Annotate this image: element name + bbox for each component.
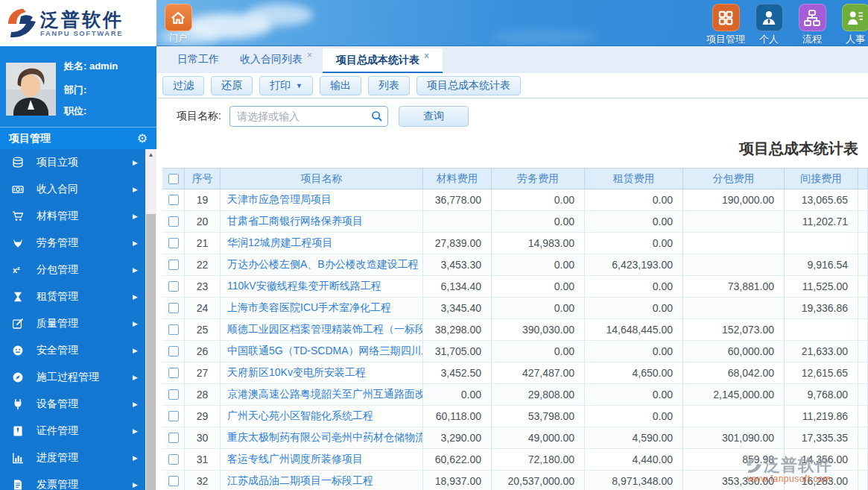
row-checkbox[interactable] xyxy=(168,216,179,227)
row-checkbox[interactable] xyxy=(168,368,179,378)
sidebar-item-hourglass[interactable]: 租赁管理▶ xyxy=(0,283,145,310)
sidebar-item-banknote[interactable]: 收入合同▶ xyxy=(0,176,145,203)
tab-收入合同列表[interactable]: 收入合同列表× xyxy=(229,46,323,73)
tab-项目总成本统计表[interactable]: 项目总成本统计表× xyxy=(323,48,443,73)
project-link[interactable]: 上海市美容医院ICU手术室净化工程 xyxy=(227,301,391,315)
sidebar-item-badge[interactable]: 证件管理▶ xyxy=(0,418,145,445)
row-seq-cell: 23 xyxy=(185,276,221,298)
gear-icon[interactable]: ⚙ xyxy=(137,133,148,145)
row-indirect-cell: 11,525.00 xyxy=(785,276,858,298)
scrollbar-thumb[interactable] xyxy=(146,214,156,490)
row-checkbox-cell xyxy=(162,233,185,254)
project-link[interactable]: 天津市应急管理局项目 xyxy=(227,193,332,207)
row-checkbox[interactable] xyxy=(168,238,179,248)
project-link[interactable]: 天府新区10Kv变电所安装工程 xyxy=(227,366,366,380)
sidebar-item-labor[interactable]: 劳务管理▶ xyxy=(0,230,145,257)
table-row: 24上海市美容医院ICU手术室净化工程3,345.400.000.0019,33… xyxy=(162,298,868,319)
sidebar-item-chart[interactable]: 进度管理▶ xyxy=(0,445,145,471)
banknote-icon xyxy=(12,183,25,195)
row-spacer-cell xyxy=(858,406,868,427)
row-checkbox[interactable] xyxy=(168,195,179,205)
row-checkbox[interactable] xyxy=(168,433,179,443)
row-seq-cell: 20 xyxy=(185,211,221,233)
row-rent-cell: 0.00 xyxy=(585,341,683,362)
row-indirect-cell: 9,768.00 xyxy=(785,384,858,406)
nav-item-grid[interactable]: 项目管理 xyxy=(704,4,747,46)
row-checkbox-cell xyxy=(162,254,185,276)
toolbar-button-输出[interactable]: 输出 xyxy=(320,76,361,95)
row-indirect-cell: 14,356.00 xyxy=(785,449,858,471)
row-checkbox[interactable] xyxy=(168,346,179,356)
project-link[interactable]: 110kV安徽线程集变开断线路工程 xyxy=(227,280,381,293)
project-link[interactable]: 甘肃省工商银行网络保养项目 xyxy=(227,215,363,228)
sidebar: 姓名: admin 部门: 职位: 项目管理 ⚙ 项目立项▶收入合同▶材料管理▶… xyxy=(0,46,156,490)
row-rent-cell: 0.00 xyxy=(585,384,683,406)
project-link[interactable]: 中国联通5G（TD-SCDMA）网络三期四川工程 xyxy=(227,345,423,358)
project-link[interactable]: 华润12城房建工程项目 xyxy=(227,236,333,250)
row-checkbox[interactable] xyxy=(168,389,179,400)
toolbar-button-还原[interactable]: 还原 xyxy=(211,76,253,95)
sidebar-item-label: 材料管理 xyxy=(37,210,133,223)
close-icon[interactable]: × xyxy=(424,51,429,61)
sidebar-item-database[interactable]: 项目立项▶ xyxy=(0,149,145,176)
search-icon[interactable] xyxy=(371,110,383,122)
sidebar-item-cart[interactable]: 材料管理▶ xyxy=(0,203,145,230)
labor-icon xyxy=(12,237,25,249)
nav-item-flow[interactable]: 流程 xyxy=(791,4,834,46)
scroll-up-arrow-icon[interactable]: ▲ xyxy=(145,149,156,160)
row-checkbox-cell xyxy=(162,189,185,211)
project-link[interactable]: 京港澳高速公路粤境韶关至广州互通路面改造 xyxy=(227,388,423,401)
project-link[interactable]: 顺德工业园区档案管理精装饰工程（一标段） xyxy=(227,323,423,336)
toolbar-button-项目总成本统计表[interactable]: 项目总成本统计表 xyxy=(416,76,521,95)
nav-portal[interactable]: 门户 xyxy=(162,4,194,44)
select-all-checkbox[interactable] xyxy=(168,174,179,184)
row-checkbox[interactable] xyxy=(168,454,179,465)
sidebar-item-x2[interactable]: x²分包管理▶ xyxy=(0,257,145,283)
row-indirect-cell: 9,916.54 xyxy=(785,254,858,276)
row-spacer-cell xyxy=(858,211,868,233)
row-checkbox[interactable] xyxy=(168,281,179,292)
project-name-input[interactable] xyxy=(229,106,388,127)
row-checkbox[interactable] xyxy=(168,324,179,335)
sidebar-item-invoice[interactable]: 发票管理▶ xyxy=(0,471,145,490)
sidebar-item-edit[interactable]: 质量管理▶ xyxy=(0,310,145,337)
chevron-right-icon: ▶ xyxy=(133,374,138,381)
sidebar-scrollbar[interactable]: ▲ xyxy=(145,149,156,490)
row-labor-cell: 14,983.00 xyxy=(492,233,585,254)
project-link[interactable]: 江苏成品油二期项目一标段工程 xyxy=(227,474,373,488)
project-link[interactable]: 客运专线广州调度所装修项目 xyxy=(227,453,363,466)
row-rent-cell: 4,440.00 xyxy=(585,449,683,471)
row-material-cell: 31,705.00 xyxy=(423,341,492,362)
row-subcontract-cell: 353,330.00 xyxy=(683,471,785,490)
tab-日常工作[interactable]: 日常工作 xyxy=(167,46,229,73)
sidebar-item-safety[interactable]: 安全管理▶ xyxy=(0,337,145,364)
row-indirect-cell: 16,283.00 xyxy=(785,471,858,490)
row-checkbox[interactable] xyxy=(168,476,179,486)
row-checkbox[interactable] xyxy=(168,411,179,421)
query-button[interactable]: 查询 xyxy=(399,106,469,127)
cart-icon xyxy=(12,210,25,222)
project-link[interactable]: 万达办公楼左侧A、B办公楼改造建设工程 xyxy=(227,258,419,271)
nav-item-person[interactable]: 个人 xyxy=(747,4,791,46)
toolbar-button-过滤[interactable]: 过滤 xyxy=(162,76,204,95)
toolbar-button-列表[interactable]: 列表 xyxy=(368,76,410,95)
nav-item-people[interactable]: 人事 xyxy=(834,4,868,46)
row-subcontract-cell xyxy=(683,233,785,254)
sidebar-item-label: 进度管理 xyxy=(37,451,133,465)
nav-portal-label: 门户 xyxy=(162,32,194,45)
sidebar-item-compass[interactable]: 施工过程管理▶ xyxy=(0,364,145,391)
row-seq-cell: 27 xyxy=(185,362,221,384)
sidebar-item-label: 发票管理 xyxy=(37,478,133,490)
row-project-name-cell: 天津市应急管理局项目 xyxy=(221,189,423,211)
project-link[interactable]: 广州天心苑小区智能化系统工程 xyxy=(227,409,373,423)
row-labor-cell: 0.00 xyxy=(492,276,585,298)
row-checkbox[interactable] xyxy=(168,260,179,270)
project-link[interactable]: 重庆太极制药有限公司亳州中药材仓储物流基 xyxy=(227,431,423,445)
row-subcontract-cell xyxy=(683,406,785,427)
row-seq-cell: 25 xyxy=(185,319,221,341)
row-checkbox[interactable] xyxy=(168,303,179,313)
sidebar-item-plug[interactable]: 设备管理▶ xyxy=(0,391,145,418)
close-icon[interactable]: × xyxy=(307,50,312,60)
row-rent-cell: 4,650.00 xyxy=(585,362,683,384)
toolbar-button-打印[interactable]: 打印▼ xyxy=(259,76,313,95)
